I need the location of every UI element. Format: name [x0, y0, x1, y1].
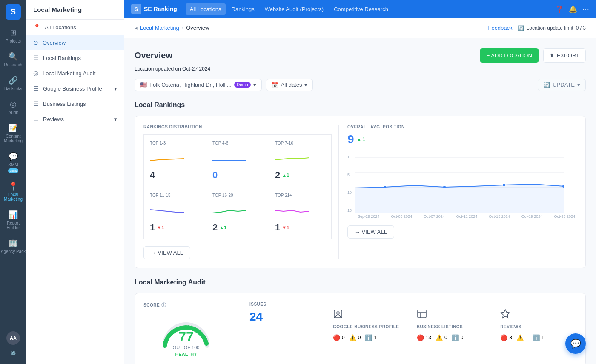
- chevron-down-icon: ▾: [114, 85, 117, 92]
- help-icon[interactable]: ❓: [555, 5, 564, 13]
- dist-cell-top4-6-label: TOP 4-6: [212, 141, 263, 145]
- chart-x-labels: Sep-29 2024 Oct-03 2024 Oct-07 2024 Oct-…: [347, 214, 577, 219]
- rankings-distribution: RANKINGS DISTRIBUTION TOP 1-3 4 TOP: [143, 125, 332, 259]
- svg-marker-8: [355, 184, 564, 213]
- add-location-button[interactable]: + ADD LOCATION: [480, 48, 539, 63]
- nav-item-audit[interactable]: ◎ Audit: [0, 95, 26, 119]
- avg-position-view-all-button[interactable]: → VIEW ALL: [347, 225, 394, 239]
- location-filter-button[interactable]: 🇺🇸 Folk Osteria, Highland Dr., Holl.... …: [135, 79, 262, 91]
- location-updated-label: Location updated on: [135, 66, 181, 72]
- google-business-profile-icon: ☰: [33, 85, 39, 92]
- dist-cell-top16-20-value: 2 ▲1: [212, 222, 263, 233]
- business-listings-badges: 🔴 13 ⚠️ 0 ℹ️ 0: [417, 334, 487, 341]
- chat-button[interactable]: 💬: [565, 333, 586, 354]
- more-icon[interactable]: ⋯: [582, 5, 589, 13]
- sidebar-header: Local Marketing: [26, 0, 124, 20]
- bl-error-icon: 🔴: [417, 334, 424, 341]
- dist-cell-top21plus-label: TOP 21+: [275, 193, 325, 198]
- location-updated-date: Oct-27 2024: [182, 66, 210, 72]
- left-navigation: S ⊞ Projects 🔍 Research 🔗 Backlinks ◎ Au…: [0, 0, 26, 364]
- rankings-view-all-button[interactable]: → VIEW ALL: [143, 246, 190, 259]
- dist-cell-top11-15-value: 1 ▼1: [150, 222, 200, 233]
- breadcrumb: ◂ Local Marketing › Overview: [135, 25, 209, 31]
- top-nav-website-audit[interactable]: Website Audit (Projects): [261, 3, 328, 15]
- mini-chart-top7-10: [275, 152, 309, 165]
- sidebar-item-reviews[interactable]: ☰ Reviews ▾: [26, 111, 124, 127]
- gbp-error-badge: 🔴 0: [333, 334, 345, 341]
- dates-filter-button[interactable]: 📅 All dates ▾: [266, 79, 313, 91]
- avg-value: 9 ▲ 1: [347, 133, 577, 146]
- sidebar-item-business-listings[interactable]: ☰ Business Listings: [26, 96, 124, 111]
- projects-icon: ⊞: [10, 28, 17, 37]
- update-button[interactable]: 🔄 UPDATE ▾: [538, 79, 586, 91]
- location-update-limit: 🔄 Location update limit 0 / 3: [518, 25, 586, 31]
- nav-item-backlinks-label: Backlinks: [4, 86, 22, 91]
- nav-item-content-marketing[interactable]: 📝 Content Marketing: [0, 119, 26, 148]
- dist-cell-top4-6-value: 0: [212, 170, 263, 181]
- bl-info-badge: ℹ️ 0: [452, 334, 464, 341]
- rev-error-badge: 🔴 8: [500, 334, 512, 341]
- nav-item-research[interactable]: 🔍 Research: [0, 48, 26, 71]
- filter-group: 🇺🇸 Folk Osteria, Highland Dr., Holl.... …: [135, 79, 313, 91]
- reviews-detail-label: REVIEWS: [500, 324, 570, 329]
- sidebar-item-reviews-label: Reviews: [43, 116, 64, 122]
- content-area: Overview + ADD LOCATION ⬆ EXPORT Locatio…: [124, 38, 596, 364]
- issues-label: ISSUES: [249, 302, 315, 307]
- gbp-warning-icon: ⚠️: [349, 334, 356, 341]
- user-avatar[interactable]: AA: [6, 331, 20, 345]
- nav-item-backlinks[interactable]: 🔗 Backlinks: [0, 71, 26, 95]
- audit-card: SCORE ⓘ: [135, 293, 586, 364]
- nav-bottom: AA ⚙️: [6, 330, 20, 364]
- location-filter-name: Folk Osteria, Highland Dr., Holl....: [149, 82, 232, 88]
- svg-rect-16: [418, 310, 426, 318]
- sidebar-item-local-rankings[interactable]: ☰ Local Rankings: [26, 50, 124, 65]
- top-nav-rankings[interactable]: Rankings: [227, 3, 259, 15]
- score-info-icon: ⓘ: [161, 302, 166, 308]
- svg-point-13: [204, 341, 209, 346]
- reviews-badges: 🔴 8 ⚠️ 1 ℹ️ 1: [500, 334, 570, 341]
- nav-item-smm[interactable]: 💬 SMM Beta: [0, 148, 26, 177]
- top-nav-all-locations[interactable]: All Locations: [186, 3, 226, 15]
- sidebar-toggle[interactable]: ◂: [135, 25, 138, 31]
- avg-number: 9: [347, 133, 354, 146]
- local-marketing-icon: 📍: [9, 182, 18, 191]
- sidebar: Local Marketing 📍 All Locations ⊙ Overvi…: [26, 0, 124, 364]
- breadcrumb-parent[interactable]: Local Marketing: [140, 25, 179, 31]
- audit-score-section: SCORE ⓘ: [143, 302, 229, 357]
- dist-cell-top16-20-label: TOP 16-20: [212, 193, 263, 198]
- local-rankings-section-title: Local Rankings: [135, 101, 586, 109]
- top-bar-navigation: All Locations Rankings Website Audit (Pr…: [186, 3, 393, 15]
- chart-label-0: Sep-29 2024: [358, 214, 380, 219]
- export-icon: ⬆: [550, 52, 554, 59]
- export-button[interactable]: ⬆ EXPORT: [543, 48, 586, 63]
- sidebar-item-local-marketing-audit[interactable]: ◎ Local Marketing Audit: [26, 65, 124, 81]
- dist-cell-top1-3-label: TOP 1-3: [150, 141, 200, 145]
- sidebar-item-overview[interactable]: ⊙ Overview: [26, 35, 124, 50]
- nav-settings[interactable]: ⚙️: [6, 347, 20, 360]
- bell-icon[interactable]: 🔔: [569, 5, 577, 13]
- gbp-info-badge: ℹ️ 1: [365, 334, 377, 341]
- nav-item-projects[interactable]: ⊞ Projects: [0, 24, 26, 48]
- audit-detail-business-listings: BUSINESS LISTINGS 🔴 13 ⚠️ 0 ℹ️: [410, 302, 493, 357]
- rev-warning-badge: ⚠️ 1: [516, 334, 528, 341]
- top-nav-competitive-research[interactable]: Competitive Research: [330, 3, 393, 15]
- nav-item-report-builder[interactable]: 📊 Report Builder: [0, 206, 26, 234]
- feedback-button[interactable]: Feedback: [488, 25, 512, 31]
- sidebar-item-google-business-profile-label: Google Business Profile: [43, 85, 102, 92]
- audit-icon: ◎: [10, 100, 17, 109]
- business-listings-detail-label: BUSINESS LISTINGS: [417, 324, 487, 329]
- sidebar-item-all-locations[interactable]: 📍 All Locations: [26, 20, 124, 35]
- nav-item-local-marketing[interactable]: 📍 Local Marketing: [0, 177, 26, 206]
- location-updated-info: Location updated on Oct-27 2024: [135, 66, 586, 72]
- rev-info-badge: ℹ️ 1: [533, 334, 544, 341]
- google-business-profile-detail-icon: [333, 309, 403, 321]
- breadcrumb-current: Overview: [186, 25, 209, 31]
- svg-point-15: [337, 312, 339, 314]
- app-logo[interactable]: S: [6, 4, 21, 20]
- top-bar: S SE Ranking All Locations Rankings Webs…: [124, 0, 596, 18]
- avg-change-value: 1: [362, 136, 365, 142]
- audit-detail-reviews: REVIEWS 🔴 8 ⚠️ 1 ℹ️: [493, 302, 577, 357]
- sidebar-item-google-business-profile[interactable]: ☰ Google Business Profile ▾: [26, 81, 124, 96]
- location-update-value: 0 / 3: [576, 25, 586, 31]
- nav-item-agency-pack[interactable]: 🏢 Agency Pack: [0, 234, 26, 258]
